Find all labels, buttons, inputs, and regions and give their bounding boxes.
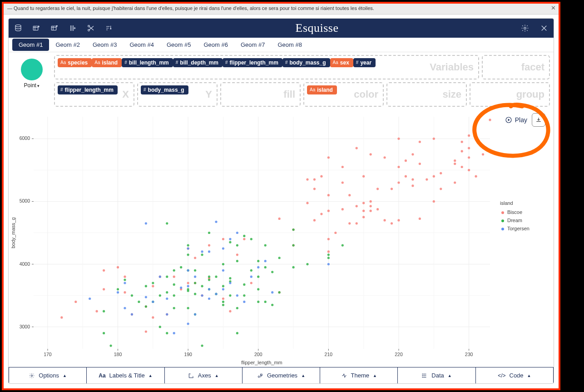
var-island[interactable]: Aaisland xyxy=(307,85,337,94)
svg-point-131 xyxy=(117,288,119,290)
svg-point-85 xyxy=(362,202,365,204)
tab-geom-7[interactable]: Geom #7 xyxy=(234,39,271,51)
zone-variables[interactable]: Variables AaspeciesAaisland#bill_length_… xyxy=(54,55,479,79)
close-panel-icon[interactable] xyxy=(540,24,548,32)
svg-point-70 xyxy=(327,210,330,212)
svg-text:200: 200 xyxy=(254,352,262,357)
svg-point-135 xyxy=(145,305,147,308)
svg-point-227 xyxy=(208,288,210,290)
export-table-icon[interactable] xyxy=(50,24,59,32)
var-year[interactable]: #year xyxy=(353,58,376,67)
svg-point-88 xyxy=(370,200,372,203)
svg-point-200 xyxy=(327,253,330,256)
svg-point-139 xyxy=(159,294,161,297)
svg-point-33 xyxy=(117,266,119,268)
svg-point-76 xyxy=(341,181,344,184)
svg-point-181 xyxy=(243,235,245,237)
import-table-icon[interactable] xyxy=(32,24,40,32)
tab-geom-3[interactable]: Geom #3 xyxy=(86,39,123,51)
svg-point-199 xyxy=(306,263,308,265)
tab-geom-1[interactable]: Geom #1 xyxy=(12,39,49,51)
svg-point-187 xyxy=(257,260,259,262)
svg-point-164 xyxy=(208,276,210,278)
app-title: Esquisse xyxy=(123,21,511,35)
add-column-icon[interactable] xyxy=(69,24,77,32)
svg-point-278 xyxy=(422,375,423,376)
var-species[interactable]: Aaspecies xyxy=(58,58,92,67)
var-island[interactable]: Aaisland xyxy=(92,58,122,67)
geom-type-selector[interactable] xyxy=(21,59,43,80)
svg-point-86 xyxy=(362,216,365,218)
svg-point-51 xyxy=(208,244,210,247)
svg-point-66 xyxy=(313,188,316,190)
zone-y[interactable]: Y #body_mass_g xyxy=(137,82,218,107)
svg-point-220 xyxy=(187,269,189,272)
bottom-code[interactable]: </>Code▲ xyxy=(476,367,554,383)
svg-point-146 xyxy=(173,307,175,309)
zone-size[interactable]: size xyxy=(386,82,467,107)
svg-point-206 xyxy=(124,307,126,309)
gear-icon[interactable] xyxy=(521,24,529,32)
cut-icon[interactable] xyxy=(87,24,95,32)
var-body_mass_g[interactable]: #body_mass_g xyxy=(141,85,188,94)
var-bill_depth_mm[interactable]: #bill_depth_mm xyxy=(173,58,223,67)
var-flipper_length_mm[interactable]: #flipper_length_mm xyxy=(58,85,118,94)
database-icon[interactable] xyxy=(14,24,22,32)
zone-label: color xyxy=(354,89,378,100)
svg-point-154 xyxy=(187,244,189,247)
close-icon[interactable]: ✕ xyxy=(551,5,556,11)
svg-point-79 xyxy=(348,194,351,196)
var-flipper_length_mm[interactable]: #flipper_length_mm xyxy=(223,58,282,67)
svg-point-216 xyxy=(180,287,182,289)
bottom-data[interactable]: Data▲ xyxy=(398,367,475,383)
svg-text:220: 220 xyxy=(395,352,403,357)
svg-point-120 xyxy=(461,141,463,143)
zone-facet[interactable]: facet xyxy=(482,55,550,79)
tab-geom-6[interactable]: Geom #6 xyxy=(197,39,234,51)
svg-text:190: 190 xyxy=(184,352,192,357)
svg-point-103 xyxy=(411,184,414,187)
svg-point-40 xyxy=(152,316,154,318)
svg-point-31 xyxy=(103,269,105,272)
bottom-theme[interactable]: Theme▲ xyxy=(320,367,398,383)
zone-fill[interactable]: fill xyxy=(220,82,301,107)
svg-point-141 xyxy=(166,276,168,278)
tab-geom-5[interactable]: Geom #5 xyxy=(160,39,197,51)
bottom-labels-title[interactable]: AaLabels & Title▲ xyxy=(87,367,164,383)
zone-color[interactable]: color Aaisland xyxy=(303,82,384,107)
bottom-options[interactable]: Options▲ xyxy=(9,367,87,383)
svg-point-56 xyxy=(243,238,245,240)
tab-geom-4[interactable]: Geom #4 xyxy=(123,39,160,51)
svg-point-190 xyxy=(264,266,267,268)
svg-point-119 xyxy=(461,150,463,152)
svg-point-166 xyxy=(215,276,217,278)
var-body_mass_g[interactable]: #body_mass_g xyxy=(282,58,330,67)
var-sex[interactable]: Aasex xyxy=(330,58,353,67)
svg-point-105 xyxy=(411,179,414,181)
svg-point-191 xyxy=(264,301,267,303)
svg-text:230: 230 xyxy=(465,352,473,357)
svg-point-193 xyxy=(271,304,273,306)
svg-point-3 xyxy=(88,30,90,31)
svg-point-57 xyxy=(250,282,252,284)
tab-geom-2[interactable]: Geom #2 xyxy=(49,39,86,51)
svg-point-78 xyxy=(348,222,351,224)
svg-point-272 xyxy=(501,228,504,230)
sort-icon[interactable] xyxy=(105,24,113,32)
svg-text:3000: 3000 xyxy=(20,324,30,329)
quote-text: — Quand tu regarderas le ciel, la nuit, … xyxy=(7,5,374,11)
svg-text:Torgersen: Torgersen xyxy=(507,226,530,231)
bottom-axes[interactable]: Axes▲ xyxy=(165,367,243,383)
tab-geom-8[interactable]: Geom #8 xyxy=(271,39,308,51)
bottom-geometries[interactable]: Geometries▲ xyxy=(243,367,320,383)
geom-type-label[interactable]: Point xyxy=(24,82,40,89)
svg-point-71 xyxy=(327,194,330,196)
var-bill_length_mm[interactable]: #bill_length_mm xyxy=(122,58,173,67)
svg-point-279 xyxy=(422,377,423,377)
svg-point-68 xyxy=(320,175,322,178)
svg-point-213 xyxy=(166,298,168,300)
zone-x[interactable]: X #flipper_length_mm xyxy=(54,82,134,107)
svg-point-110 xyxy=(433,175,435,178)
svg-text:5000: 5000 xyxy=(20,198,30,203)
svg-text:170: 170 xyxy=(44,352,52,357)
